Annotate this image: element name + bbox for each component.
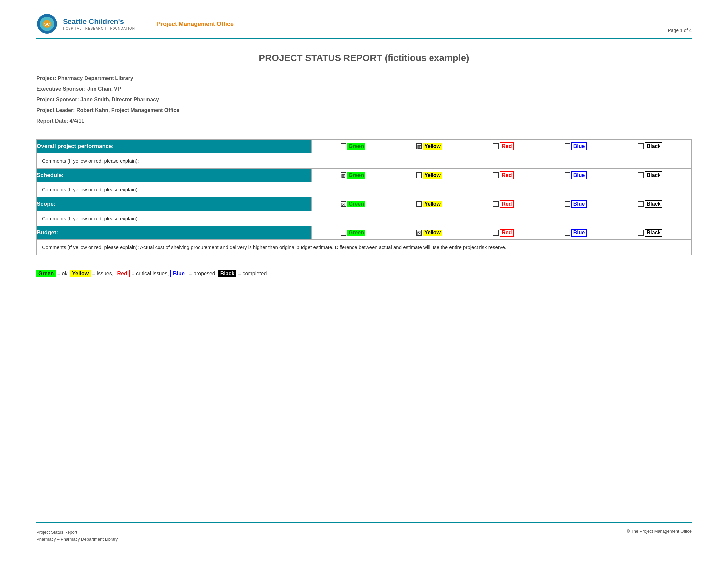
footer-left: Project Status Report Pharmacy – Pharmac… <box>36 529 118 543</box>
logo-area: SC Seattle Children's HOSPITAL · RESEARC… <box>36 13 234 34</box>
checkboxes-scope: ⊠ Green Yellow Red Blue <box>312 197 692 211</box>
label-blue: Blue <box>571 142 587 150</box>
checkbox-icon[interactable] <box>565 201 570 207</box>
legend-yellow-label: Yellow <box>70 270 91 276</box>
cb-red-scope[interactable]: Red <box>493 200 514 208</box>
cb-red-budget[interactable]: Red <box>493 229 514 237</box>
checkbox-icon[interactable] <box>493 201 499 207</box>
checkbox-icon[interactable] <box>416 201 422 207</box>
cb-blue-scope[interactable]: Blue <box>565 200 587 208</box>
checkbox-icon[interactable] <box>416 172 422 178</box>
checkboxes-budget: Green ⊠ Yellow Red Blue <box>312 226 692 240</box>
logo-name: Seattle Children's <box>63 17 135 26</box>
legend-blue-desc: = proposed, <box>189 270 217 276</box>
checkbox-icon[interactable]: ⊠ <box>416 143 422 149</box>
cb-green-overall[interactable]: Green <box>341 143 365 150</box>
logo-circle: SC <box>36 13 58 34</box>
label-green: Green <box>347 143 365 150</box>
row-header-scope: Scope: <box>37 197 312 211</box>
checkbox-icon[interactable] <box>638 172 644 178</box>
footer-line2: Pharmacy – Pharmacy Department Library <box>36 536 118 543</box>
cb-blue-schedule[interactable]: Blue <box>565 171 587 179</box>
checkbox-icon[interactable] <box>493 143 499 149</box>
legend: Green = ok, Yellow = issues, Red = criti… <box>36 268 692 279</box>
cb-black-scope[interactable]: Black <box>638 200 663 208</box>
logo-sub: HOSPITAL · RESEARCH · FOUNDATION <box>63 26 135 31</box>
cb-red-overall[interactable]: Red <box>493 142 514 150</box>
checkbox-icon[interactable] <box>638 201 644 207</box>
label-red: Red <box>500 229 514 237</box>
page-number: Page 1 of 4 <box>668 28 692 34</box>
label-blue: Blue <box>571 200 587 208</box>
checkbox-icon[interactable] <box>493 230 499 236</box>
report-title: PROJECT STATUS REPORT (fictitious exampl… <box>36 53 692 63</box>
cb-blue-overall[interactable]: Blue <box>565 142 587 150</box>
status-table: Overall project performance: Green ⊠ Yel… <box>36 139 692 255</box>
cb-black-schedule[interactable]: Black <box>638 171 663 179</box>
table-row: Schedule: ⊠ Green Yellow Red <box>37 168 692 182</box>
cb-green-schedule[interactable]: ⊠ Green <box>341 172 365 178</box>
project-sponsor: Project Sponsor: Jane Smith, Director Ph… <box>36 94 692 105</box>
exec-sponsor: Executive Sponsor: Jim Chan, VP <box>36 84 692 94</box>
checkbox-icon[interactable] <box>565 143 570 149</box>
comments-row-budget: Comments (If yellow or red, please expla… <box>37 240 692 255</box>
checkbox-icon[interactable] <box>638 230 644 236</box>
comment-overall: Comments (If yellow or red, please expla… <box>37 153 692 168</box>
label-black: Black <box>645 200 663 208</box>
label-red: Red <box>500 200 514 208</box>
checkbox-icon[interactable]: ⊠ <box>416 230 422 236</box>
checkbox-icon[interactable] <box>341 230 346 236</box>
comments-row-scope: Comments (If yellow or red, please expla… <box>37 211 692 226</box>
label-yellow: Yellow <box>423 172 442 178</box>
page-footer: Project Status Report Pharmacy – Pharmac… <box>36 522 692 543</box>
pmo-title: Project Management Office <box>157 21 234 27</box>
footer-line1: Project Status Report <box>36 529 118 536</box>
checkbox-icon[interactable] <box>565 172 570 178</box>
label-red: Red <box>500 171 514 179</box>
row-header-schedule: Schedule: <box>37 168 312 182</box>
label-yellow: Yellow <box>423 229 442 236</box>
label-green: Green <box>347 229 365 236</box>
table-row: Scope: ⊠ Green Yellow Red <box>37 197 692 211</box>
checkbox-icon[interactable]: ⊠ <box>341 172 346 178</box>
cb-green-budget[interactable]: Green <box>341 229 365 236</box>
label-blue: Blue <box>571 229 587 237</box>
comment-budget: Comments (If yellow or red, please expla… <box>37 240 692 255</box>
page-header: SC Seattle Children's HOSPITAL · RESEARC… <box>36 13 692 39</box>
checkbox-icon[interactable] <box>341 143 346 149</box>
label-yellow: Yellow <box>423 143 442 150</box>
project-leader: Project Leader: Robert Kahn, Project Man… <box>36 105 692 116</box>
legend-green-label: Green <box>36 270 56 276</box>
label-black: Black <box>645 142 663 150</box>
table-row: Overall project performance: Green ⊠ Yel… <box>37 140 692 153</box>
cb-blue-budget[interactable]: Blue <box>565 229 587 237</box>
cb-yellow-overall[interactable]: ⊠ Yellow <box>416 143 442 150</box>
comment-schedule: Comments (If yellow or red, please expla… <box>37 182 692 197</box>
cb-yellow-budget[interactable]: ⊠ Yellow <box>416 229 442 236</box>
cb-yellow-schedule[interactable]: Yellow <box>416 172 442 178</box>
project-info: Project: Pharmacy Department Library Exe… <box>36 73 692 126</box>
checkbox-icon[interactable]: ⊠ <box>341 201 346 207</box>
comment-scope: Comments (If yellow or red, please expla… <box>37 211 692 226</box>
checkbox-icon[interactable] <box>493 172 499 178</box>
footer-copyright: © The Project Management Office <box>627 529 692 534</box>
checkboxes-overall: Green ⊠ Yellow Red Blue <box>312 140 692 153</box>
cb-black-overall[interactable]: Black <box>638 142 663 150</box>
checkboxes-schedule: ⊠ Green Yellow Red Blue <box>312 168 692 182</box>
legend-blue-label: Blue <box>170 269 187 277</box>
cb-red-schedule[interactable]: Red <box>493 171 514 179</box>
legend-red-desc: = critical issues, <box>131 270 169 276</box>
legend-green-desc: = ok, <box>57 270 69 276</box>
cb-black-budget[interactable]: Black <box>638 229 663 237</box>
label-green: Green <box>347 201 365 207</box>
report-date: Report Date: 4/4/11 <box>36 116 692 126</box>
comments-row-overall: Comments (If yellow or red, please expla… <box>37 153 692 168</box>
logo-text: Seattle Children's HOSPITAL · RESEARCH ·… <box>63 17 135 31</box>
cb-yellow-scope[interactable]: Yellow <box>416 201 442 207</box>
label-yellow: Yellow <box>423 201 442 207</box>
svg-text:SC: SC <box>44 22 50 26</box>
cb-green-scope[interactable]: ⊠ Green <box>341 201 365 207</box>
legend-black-desc: = completed <box>238 270 267 276</box>
checkbox-icon[interactable] <box>565 230 570 236</box>
checkbox-icon[interactable] <box>638 143 644 149</box>
